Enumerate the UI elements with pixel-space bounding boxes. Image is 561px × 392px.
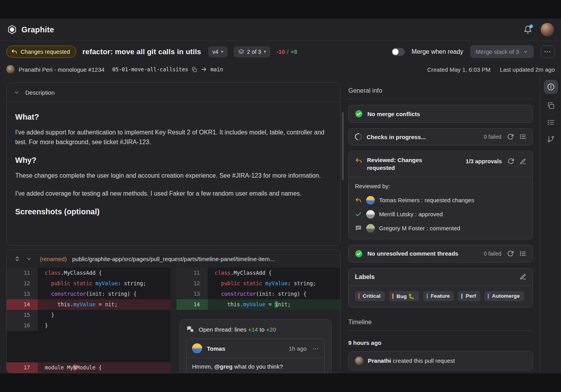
checklist-tab[interactable] [544, 117, 558, 127]
author-avatar[interactable] [6, 65, 15, 74]
label-chip[interactable]: Bug 🐛 [389, 291, 419, 301]
label-chip[interactable]: Automerge [484, 291, 524, 301]
comment-card: Tomas 1h ago ··· Hmmm, @greg what do you… [186, 339, 325, 373]
info-tab[interactable] [544, 80, 558, 94]
reviewed-by-label: Reviewed by: [349, 177, 533, 193]
divider [348, 99, 533, 99]
version-dropdown[interactable]: v4 ▾ [208, 46, 228, 57]
chevron-down-icon [523, 49, 528, 55]
diffstat-separator: / [287, 48, 289, 55]
user-avatar[interactable] [541, 23, 554, 36]
label-text: Feature [431, 293, 450, 299]
info-icon [547, 83, 555, 91]
code-text: public static myValue: string; [208, 278, 340, 289]
refresh-icon[interactable] [507, 158, 514, 165]
line-number[interactable]: 11 [176, 268, 208, 278]
label-chip[interactable]: Feature [423, 291, 454, 301]
line-number[interactable]: 17 [7, 362, 38, 373]
comment-text: Hmmm, [192, 363, 214, 370]
mention[interactable]: @greg [214, 363, 233, 370]
line-number[interactable]: 12 [7, 278, 38, 289]
edit-pencil-icon[interactable] [520, 158, 526, 165]
notifications-button[interactable] [524, 25, 532, 34]
stack-position-dropdown[interactable]: 2 of 3 ▾ [234, 46, 270, 57]
brand[interactable]: Graphite [7, 25, 54, 35]
code-line: 11class.MyClassAdd { [7, 268, 170, 278]
target-branch[interactable]: main [210, 66, 223, 72]
thread-header: Open thread: lines +14 to +20 [186, 325, 325, 333]
diff-card: (renamed) public/graphite-app/src/pages/… [6, 249, 340, 373]
label-color-bar [392, 293, 393, 299]
reviewer-avatar[interactable] [366, 224, 375, 233]
git-stack-tab[interactable] [544, 134, 558, 144]
merge-stack-button[interactable]: Merge stack of 3 [470, 45, 534, 58]
timeline-author: Pranathi [368, 357, 391, 364]
reviewer-avatar[interactable] [366, 196, 375, 205]
edit-labels-button[interactable] [520, 274, 526, 280]
commenter-avatar[interactable] [192, 343, 202, 353]
graphite-app: Graphite Changes requested refactor: mov… [0, 0, 561, 392]
author-line: Pranathi Peri - monologue #1234 [19, 66, 104, 73]
timeline-entry[interactable]: Pranathi created this pull request [348, 351, 533, 371]
line-number[interactable]: 13 [7, 289, 38, 299]
renamed-tag: (renamed) [40, 256, 67, 262]
label-chip[interactable]: Perf [458, 291, 480, 301]
code-line: 17module MyNModule { [7, 362, 170, 373]
label-color-bar [358, 293, 360, 299]
timeline-avatar [355, 357, 363, 365]
comment-threads-card[interactable]: No unresolved comment threads 0 failed [348, 245, 533, 263]
divider [348, 330, 533, 331]
merge-when-ready-toggle[interactable] [392, 48, 405, 56]
approvals-count: 1/3 approvals [466, 158, 502, 164]
reviewer-separator: : [420, 197, 425, 203]
code-text: } [38, 320, 170, 331]
code-line: 13 constructor(init: string) { [176, 289, 340, 299]
refresh-icon[interactable] [507, 133, 514, 140]
checklist-icon[interactable] [519, 250, 526, 257]
reviewer-name: Tomas Reimers [379, 197, 420, 203]
file-path[interactable]: public/graphite-app/src/pages/pull_reque… [72, 256, 274, 262]
edit-pencil-icon [520, 274, 526, 280]
line-number[interactable]: 14 [7, 299, 38, 310]
expand-file-icon[interactable] [14, 255, 21, 262]
reviewer-row: Tomas Reimers : requested changes [349, 193, 533, 207]
reviewed-card: Reviewed: Changes requested 1/3 approval… [348, 151, 533, 239]
refresh-icon[interactable] [507, 250, 514, 257]
collapse-file-chevron-icon[interactable] [26, 256, 32, 262]
arrow-right-icon [200, 66, 207, 72]
copy-branch-icon[interactable] [191, 67, 197, 72]
source-branch[interactable]: 05-01-move-all-callsites [112, 66, 188, 72]
line-number[interactable]: 14 [176, 299, 208, 310]
stack-position-label: 2 of 3 [247, 49, 261, 55]
description-header[interactable]: Description [7, 83, 340, 102]
line-number[interactable]: 15 [7, 310, 38, 320]
merge-conflicts-card[interactable]: No merge conflicts [348, 105, 533, 123]
line-number[interactable]: 12 [176, 278, 208, 289]
code-line: 15 } [7, 310, 170, 320]
line-number[interactable]: 16 [7, 320, 38, 331]
status-badge[interactable]: Changes requested [6, 46, 76, 58]
code-text: this.myValue = init; [208, 299, 340, 310]
timeline-text: created this pull request [391, 357, 455, 364]
why-paragraph-1: These changes complete the user login an… [15, 171, 327, 181]
threads-failed-count: 0 failed [484, 251, 501, 257]
line-number[interactable]: 11 [7, 268, 38, 278]
code-text: public static myValue: string; [38, 278, 170, 289]
more-options-button[interactable]: ··· [541, 46, 555, 58]
label-chip[interactable]: Critical [355, 291, 385, 301]
reviewer-avatar[interactable] [366, 210, 375, 219]
left-scrollbar[interactable] [342, 112, 344, 180]
comment-menu-button[interactable]: ··· [313, 346, 319, 351]
thread-line-start: +14 [248, 326, 258, 333]
checks-card[interactable]: Checks in progress... 0 failed [348, 128, 533, 145]
code-line: 12 public static myValue: string; [7, 278, 170, 289]
app-header: Graphite [0, 19, 561, 41]
stack-layers-icon [238, 49, 244, 55]
reviewed-title: Reviewed: Changes requested [367, 156, 439, 172]
label-color-bar [488, 293, 489, 299]
checklist-icon[interactable] [519, 133, 526, 140]
line-number[interactable]: 13 [176, 289, 208, 299]
toggle-knob [392, 49, 399, 55]
what-paragraph: I've added support for authentication to… [15, 128, 327, 147]
files-tab[interactable] [544, 101, 558, 111]
